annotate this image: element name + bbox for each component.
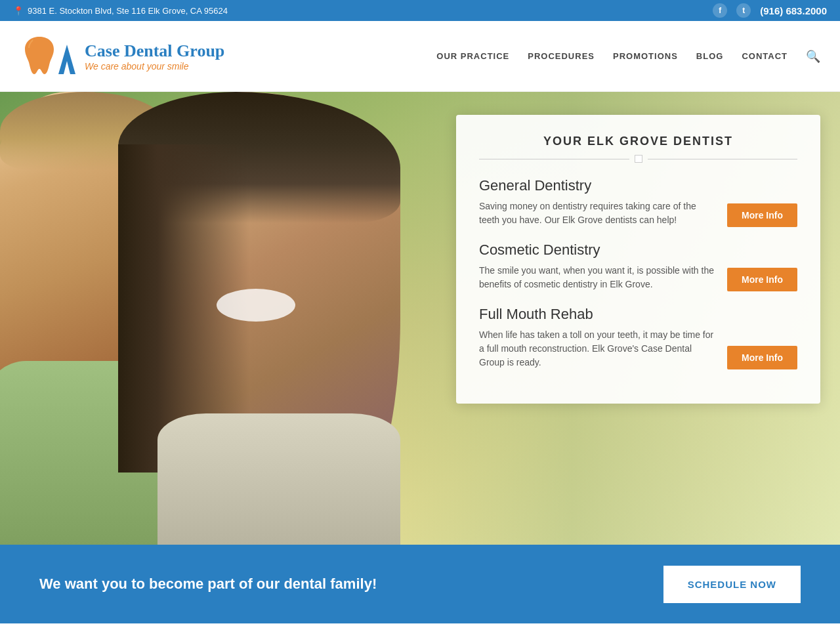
service-title-general: General Dentistry: [479, 177, 797, 194]
topbar-address-area: 📍 9381 E. Stockton Blvd, Ste 116 Elk Gro…: [13, 6, 228, 16]
nav-promotions[interactable]: PROMOTIONS: [613, 51, 678, 61]
info-card: YOUR ELK GROVE DENTIST General Dentistry…: [456, 115, 820, 404]
shirt-right: [158, 413, 400, 545]
hero-section: YOUR ELK GROVE DENTIST General Dentistry…: [0, 92, 840, 545]
divider-line-left: [479, 159, 629, 159]
logo-a-icon: [57, 41, 77, 77]
service-text-general: Saving money on dentistry requires takin…: [479, 200, 714, 227]
cta-text: We want you to become part of our dental…: [39, 576, 377, 593]
more-info-button-rehab[interactable]: More Info: [727, 346, 797, 369]
header: Case Dental Group We care about your smi…: [0, 21, 840, 92]
service-general-dentistry: General Dentistry Saving money on dentis…: [479, 177, 797, 227]
logo-area: Case Dental Group We care about your smi…: [20, 33, 224, 79]
location-icon: 📍: [13, 6, 24, 16]
service-text-rehab: When life has taken a toll on your teeth…: [479, 328, 714, 369]
divider-line-right: [648, 159, 798, 159]
card-title: YOUR ELK GROVE DENTIST: [479, 135, 797, 148]
nav-blog[interactable]: BLOG: [696, 51, 724, 61]
main-nav: OUR PRACTICE PROCEDURES PROMOTIONS BLOG …: [436, 49, 820, 64]
address-text: 9381 E. Stockton Blvd, Ste 116 Elk Grove…: [28, 6, 228, 16]
logo-title: Case Dental Group: [85, 41, 224, 61]
logo-text: Case Dental Group We care about your smi…: [85, 41, 224, 72]
more-info-button-cosmetic[interactable]: More Info: [727, 268, 797, 291]
facebook-icon[interactable]: f: [713, 3, 727, 18]
service-row-rehab: When life has taken a toll on your teeth…: [479, 328, 797, 369]
topbar-right-area: f t (916) 683.2000: [713, 3, 827, 18]
topbar: 📍 9381 E. Stockton Blvd, Ste 116 Elk Gro…: [0, 0, 840, 21]
more-info-button-general[interactable]: More Info: [727, 203, 797, 227]
tooth-logo-icon: [20, 33, 59, 79]
divider-square: [635, 155, 642, 163]
card-divider: [479, 155, 797, 163]
phone-number[interactable]: (916) 683.2000: [760, 5, 827, 16]
service-title-cosmetic: Cosmetic Dentistry: [479, 242, 797, 259]
cta-bar: We want you to become part of our dental…: [0, 545, 840, 623]
search-icon[interactable]: 🔍: [806, 49, 820, 64]
twitter-icon[interactable]: t: [736, 3, 751, 18]
nav-our-practice[interactable]: OUR PRACTICE: [436, 51, 509, 61]
service-row-cosmetic: The smile you want, when you want it, is…: [479, 264, 797, 291]
schedule-now-button[interactable]: SCHEDULE NOW: [663, 566, 801, 603]
service-full-mouth-rehab: Full Mouth Rehab When life has taken a t…: [479, 306, 797, 369]
service-text-cosmetic: The smile you want, when you want it, is…: [479, 264, 714, 291]
smile-area: [217, 289, 295, 322]
nav-procedures[interactable]: PROCEDURES: [528, 51, 595, 61]
nav-contact[interactable]: CONTACT: [742, 51, 788, 61]
service-row-general: Saving money on dentistry requires takin…: [479, 200, 797, 227]
service-cosmetic-dentistry: Cosmetic Dentistry The smile you want, w…: [479, 242, 797, 291]
service-title-rehab: Full Mouth Rehab: [479, 306, 797, 323]
logo-subtitle: We care about your smile: [85, 61, 224, 72]
